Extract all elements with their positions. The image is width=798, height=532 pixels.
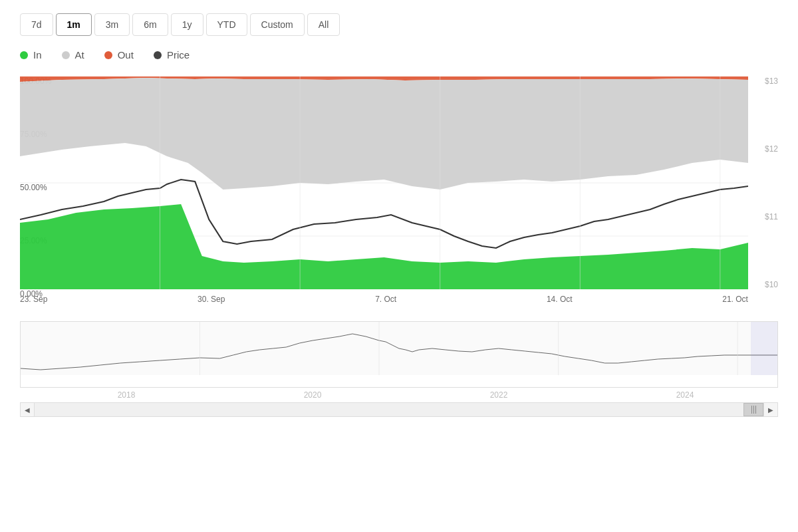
y-right-12: $12 — [748, 144, 778, 154]
legend-in: In — [20, 49, 42, 61]
nav-track[interactable] — [35, 402, 763, 417]
x-label-oct7: 7. Oct — [375, 295, 396, 304]
mini-x-labels: 2018 2020 2022 2024 — [20, 388, 778, 400]
legend-at-dot — [62, 51, 70, 59]
legend-out-label: Out — [118, 49, 134, 61]
x-label-oct14: 14. Oct — [547, 295, 573, 304]
navigator-scrollbar: ◀ ▶ — [20, 402, 778, 417]
btn-ytd[interactable]: YTD — [206, 13, 247, 36]
grip-line-3 — [755, 406, 756, 414]
mini-label-2020: 2020 — [304, 390, 322, 400]
legend-at: At — [62, 49, 84, 61]
nav-right-arrow[interactable]: ▶ — [763, 402, 778, 417]
grip-line-1 — [751, 406, 752, 414]
legend-at-label: At — [75, 49, 84, 61]
mini-label-2022: 2022 — [490, 390, 508, 400]
mini-chart-section: 2018 2020 2022 2024 ◀ ▶ — [20, 321, 778, 417]
legend-price: Price — [154, 49, 190, 61]
btn-1m[interactable]: 1m — [56, 13, 92, 36]
legend-in-dot — [20, 51, 28, 59]
main-chart-svg — [20, 76, 748, 289]
nav-handle[interactable] — [743, 403, 763, 416]
mini-label-2018: 2018 — [118, 390, 136, 400]
mini-chart-svg — [21, 322, 777, 375]
btn-6m[interactable]: 6m — [132, 13, 168, 36]
main-chart-area: 23. Sep 30. Sep 7. Oct 14. Oct 21. Oct — [20, 76, 748, 311]
nav-handle-grip — [751, 406, 756, 414]
x-axis-labels: 23. Sep 30. Sep 7. Oct 14. Oct 21. Oct — [20, 292, 748, 304]
legend-out-dot — [104, 51, 112, 59]
btn-7d[interactable]: 7d — [20, 13, 53, 36]
y-right-11: $11 — [748, 212, 778, 221]
x-label-sep30: 30. Sep — [198, 295, 225, 304]
btn-1y[interactable]: 1y — [171, 13, 203, 36]
chart-legend: In At Out Price — [20, 49, 778, 61]
btn-custom[interactable]: Custom — [250, 13, 305, 36]
y-axis-right: $13 $12 $11 $10 — [748, 76, 778, 289]
btn-3m[interactable]: 3m — [94, 13, 130, 36]
grip-line-2 — [753, 406, 754, 414]
legend-in-label: In — [33, 49, 42, 61]
y-right-10: $10 — [748, 280, 778, 289]
time-range-selector: 7d 1m 3m 6m 1y YTD Custom All — [20, 13, 778, 36]
legend-out: Out — [104, 49, 134, 61]
y-right-13: $13 — [748, 76, 778, 86]
x-label-sep23: 23. Sep — [20, 295, 47, 304]
mini-chart-container — [20, 321, 778, 388]
legend-price-dot — [154, 51, 162, 59]
mini-label-2024: 2024 — [676, 390, 694, 400]
x-label-oct21: 21. Oct — [722, 295, 748, 304]
svg-rect-15 — [751, 322, 777, 375]
btn-all[interactable]: All — [307, 13, 340, 36]
legend-price-label: Price — [167, 49, 190, 61]
nav-left-arrow[interactable]: ◀ — [20, 402, 35, 417]
